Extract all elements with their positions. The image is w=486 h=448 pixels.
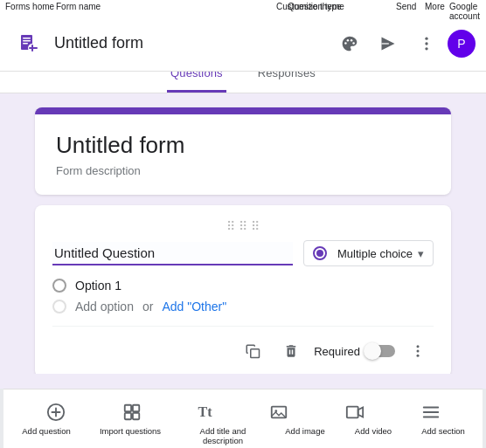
forms-home-annotation: Forms home bbox=[5, 2, 54, 11]
option-radio-1 bbox=[52, 279, 66, 293]
question-input[interactable] bbox=[52, 242, 293, 265]
add-question-label: Add question bbox=[17, 426, 76, 445]
add-option-text[interactable]: Add option bbox=[75, 300, 134, 314]
question-type-selector[interactable]: Multiple choice ▾ bbox=[303, 240, 434, 266]
svg-rect-21 bbox=[124, 405, 130, 411]
toggle-knob bbox=[364, 342, 381, 360]
more-annotation: More bbox=[425, 2, 445, 11]
card-footer: Required bbox=[52, 326, 434, 367]
svg-point-11 bbox=[425, 37, 427, 39]
question-more-button[interactable] bbox=[402, 335, 434, 367]
toolbar-right-border bbox=[483, 389, 486, 448]
add-image-label: Add image bbox=[281, 426, 330, 445]
svg-point-15 bbox=[417, 345, 420, 348]
main-content: Untitled form Form description ⠿ ⠿ ⠿ Mul… bbox=[0, 93, 486, 374]
delete-icon bbox=[283, 343, 299, 359]
svg-point-17 bbox=[417, 355, 420, 357]
add-title-button[interactable]: Tt bbox=[198, 404, 212, 420]
add-video-label: Add video bbox=[349, 426, 398, 445]
delete-question-button[interactable] bbox=[275, 335, 307, 367]
question-type-annotation: Question type bbox=[288, 2, 342, 11]
add-section-label: Add section bbox=[417, 426, 469, 445]
palette-icon bbox=[341, 35, 358, 52]
option-1-label: Option 1 bbox=[75, 279, 122, 293]
form-name-annotation: Form name bbox=[56, 2, 101, 11]
required-label: Required bbox=[314, 345, 360, 358]
svg-point-9 bbox=[351, 39, 353, 42]
add-question-button[interactable] bbox=[46, 403, 66, 422]
drag-handle[interactable]: ⠿ ⠿ ⠿ bbox=[52, 219, 434, 233]
question-row: Multiple choice ▾ bbox=[52, 240, 434, 266]
bottom-toolbar: Tt bbox=[0, 389, 486, 448]
form-header-card: Untitled form Form description bbox=[35, 107, 451, 195]
more-vertical-icon bbox=[418, 35, 435, 52]
form-card-description[interactable]: Form description bbox=[56, 164, 430, 177]
import-icon bbox=[122, 403, 142, 422]
send-button[interactable] bbox=[371, 26, 406, 61]
svg-rect-6 bbox=[31, 45, 33, 52]
copy-icon bbox=[245, 343, 260, 359]
header-right: P bbox=[332, 26, 476, 61]
add-question-icon bbox=[46, 403, 66, 422]
svg-rect-27 bbox=[346, 407, 358, 418]
svg-rect-22 bbox=[132, 405, 138, 411]
add-image-icon bbox=[269, 403, 288, 422]
question-card: ⠿ ⠿ ⠿ Multiple choice ▾ Option 1 Add opt… bbox=[35, 205, 451, 374]
form-card-title: Untitled form bbox=[56, 132, 430, 159]
add-option-radio bbox=[52, 300, 66, 314]
option-row-1: Option 1 bbox=[52, 279, 434, 293]
svg-rect-14 bbox=[251, 349, 260, 358]
multiple-choice-icon bbox=[313, 246, 327, 260]
add-section-icon bbox=[421, 403, 441, 422]
add-image-button[interactable] bbox=[269, 403, 288, 422]
svg-rect-2 bbox=[23, 40, 31, 42]
svg-rect-3 bbox=[23, 43, 28, 45]
send-annotation: Send bbox=[396, 2, 416, 11]
more-menu-button[interactable] bbox=[409, 26, 444, 61]
svg-point-13 bbox=[425, 47, 427, 50]
form-title: Untitled form bbox=[54, 34, 143, 52]
svg-point-7 bbox=[344, 42, 347, 45]
google-account-avatar[interactable]: P bbox=[448, 30, 476, 58]
svg-point-12 bbox=[425, 42, 427, 45]
add-video-icon bbox=[345, 403, 364, 422]
import-questions-button[interactable] bbox=[122, 403, 142, 422]
svg-rect-24 bbox=[132, 413, 138, 419]
add-title-label: Add title and description bbox=[184, 426, 261, 445]
more-vert-icon bbox=[410, 343, 426, 359]
required-toggle-track[interactable] bbox=[365, 345, 395, 357]
add-title-icon: Tt bbox=[198, 404, 212, 420]
customize-theme-button[interactable] bbox=[332, 26, 367, 61]
svg-point-10 bbox=[352, 42, 355, 45]
forms-home-icon bbox=[17, 33, 38, 54]
import-questions-label: Import questions bbox=[95, 426, 165, 445]
svg-point-8 bbox=[347, 39, 350, 42]
question-type-label: Multiple choice bbox=[337, 247, 413, 260]
or-text: or bbox=[142, 300, 153, 314]
copy-question-button[interactable] bbox=[237, 335, 268, 367]
header-left: Untitled form bbox=[10, 26, 332, 61]
toolbar-buttons: Tt bbox=[0, 389, 486, 428]
add-other-link[interactable]: Add "Other" bbox=[162, 300, 226, 314]
toolbar-left-border bbox=[0, 389, 3, 448]
chevron-down-icon: ▾ bbox=[418, 247, 424, 260]
add-option-row: Add option or Add "Other" bbox=[52, 300, 434, 314]
google-account-annotation: Google account bbox=[449, 2, 486, 21]
send-icon bbox=[379, 35, 397, 52]
forms-home-button[interactable] bbox=[10, 26, 45, 61]
svg-rect-23 bbox=[124, 413, 130, 419]
app-header: Untitled form bbox=[0, 16, 486, 72]
add-section-button[interactable] bbox=[421, 403, 441, 422]
svg-rect-1 bbox=[23, 38, 31, 39]
svg-point-16 bbox=[417, 350, 420, 353]
required-toggle: Required bbox=[314, 345, 395, 358]
add-video-button[interactable] bbox=[345, 403, 364, 422]
